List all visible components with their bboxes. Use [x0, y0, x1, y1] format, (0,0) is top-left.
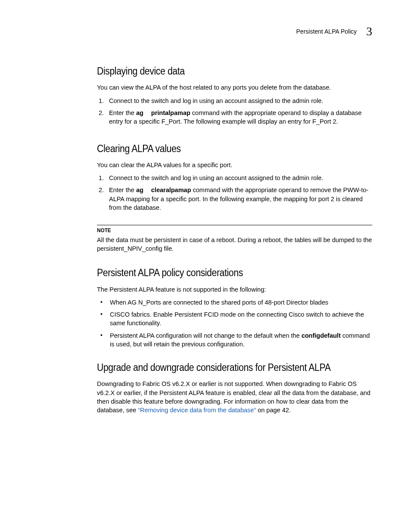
- running-header: Persistent ALPA Policy 3: [97, 24, 372, 40]
- cross-reference-link[interactable]: “Removing device data from the database”: [138, 407, 256, 414]
- heading-displaying: Displaying device data: [97, 64, 350, 78]
- note-body: All the data must be persistent in case …: [97, 236, 372, 253]
- para: You can clear the ALPA values for a spec…: [97, 161, 372, 169]
- command: ag: [136, 187, 143, 193]
- section-clearing-alpa: Clearing ALPA values You can clear the A…: [97, 142, 372, 212]
- chapter-number: 3: [366, 23, 372, 40]
- list-item: Enter the agclearalpamap command with th…: [106, 186, 372, 212]
- page: Persistent ALPA Policy 3 Displaying devi…: [0, 0, 411, 456]
- para: You can view the ALPA of the host relate…: [97, 83, 372, 92]
- list-item: When AG N_Ports are connected to the sha…: [106, 298, 372, 307]
- bullet-list: When AG N_Ports are connected to the sha…: [97, 298, 372, 348]
- text: Connect to the switch and log in using a…: [109, 97, 323, 104]
- section-considerations: Persistent ALPA policy considerations Th…: [97, 266, 372, 348]
- command: configdefault: [302, 332, 341, 339]
- note-label: NOTE: [97, 227, 356, 235]
- heading-clearing: Clearing ALPA values: [97, 142, 350, 156]
- text: command with the appropriate operand to …: [109, 109, 361, 125]
- text: Enter the: [109, 109, 136, 116]
- text: Connect to the switch and log in using a…: [109, 174, 323, 181]
- para: Downgrading to Fabric OS v6.2.X or earli…: [97, 380, 372, 414]
- section-upgrade-downgrade: Upgrade and downgrade considerations for…: [97, 361, 372, 414]
- text: When AG N_Ports are connected to the sha…: [110, 299, 328, 306]
- list-item: Enter the agprintalpamap command with th…: [106, 109, 372, 126]
- command: ag: [136, 109, 143, 116]
- list-item: Connect to the switch and log in using a…: [106, 174, 372, 182]
- ordered-list: Connect to the switch and log in using a…: [97, 96, 372, 126]
- section-displaying-device-data: Displaying device data You can view the …: [97, 64, 372, 126]
- heading-considerations: Persistent ALPA policy considerations: [97, 266, 350, 280]
- list-item: Connect to the switch and log in using a…: [106, 96, 372, 105]
- para: The Persistent ALPA feature is not suppo…: [97, 285, 372, 294]
- list-item: Persistent ALPA configuration will not c…: [106, 331, 372, 349]
- command: printalpamap: [151, 109, 190, 116]
- text: on page 42.: [256, 407, 291, 414]
- ordered-list: Connect to the switch and log in using a…: [97, 174, 372, 212]
- command: clearalpamap: [151, 187, 191, 193]
- header-title: Persistent ALPA Policy: [296, 28, 357, 35]
- list-item: CISCO fabrics. Enable Persistent FCID mo…: [106, 310, 372, 328]
- heading-upgrade: Upgrade and downgrade considerations for…: [97, 361, 350, 374]
- text: CISCO fabrics. Enable Persistent FCID mo…: [110, 311, 364, 327]
- text: Persistent ALPA configuration will not c…: [110, 332, 302, 339]
- divider: [97, 225, 372, 225]
- text: command with the appropriate operand to …: [109, 187, 368, 211]
- text: Enter the: [109, 187, 136, 193]
